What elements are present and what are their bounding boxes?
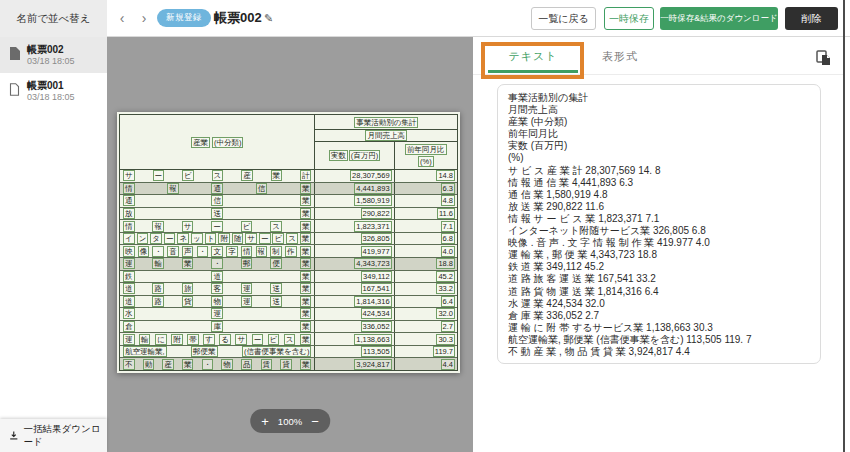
ocr-box: 業 xyxy=(300,308,312,319)
ocr-box: 4.8 xyxy=(441,195,455,206)
ocr-box: ス xyxy=(212,170,224,181)
doc-row-value: 4,343,723 xyxy=(315,258,394,270)
ocr-box: 附 xyxy=(171,334,183,345)
prev-document-button[interactable]: ‹ xyxy=(112,0,132,36)
ocr-text-output[interactable]: 事業活動別の集計月間売上高産業 (中分類)前年同月比実数 (百万円)(%)サ ビ… xyxy=(497,84,821,364)
doc-row-value: 167,541 xyxy=(315,283,394,295)
doc-row-label: 航空運輸業,郵便業(信書便事業を含む) xyxy=(120,346,315,358)
ocr-box: ビ xyxy=(268,334,280,345)
ocr-box: 業 xyxy=(182,359,194,370)
text-line: 前年同月比 xyxy=(508,128,810,140)
ocr-box: 声 xyxy=(182,246,194,257)
ocr-box: 産 xyxy=(162,359,174,370)
edit-title-icon[interactable]: ✎ xyxy=(264,12,273,25)
ocr-box: ビ xyxy=(182,170,194,181)
text-line: 道 路 旅 客 運 送 業 167,541 33.2 xyxy=(508,273,810,285)
zoom-in-button[interactable]: + xyxy=(261,415,269,428)
scanned-document: 産業(中分類) 事業活動別の集計 月間売上高 実数(百万円) 前年同月比(%) … xyxy=(117,112,460,373)
ocr-box: 167,541 xyxy=(361,283,392,294)
ocr-box: イ xyxy=(123,233,135,244)
ocr-box: 道 xyxy=(123,283,135,294)
ocr-box: る xyxy=(219,334,231,345)
text-line: 運 輸 に 附 帯 するサービス業 1,138,663 30.3 xyxy=(508,322,810,334)
copy-button[interactable] xyxy=(815,49,833,67)
next-document-button[interactable]: › xyxy=(134,0,154,36)
ocr-box: 18.8 xyxy=(436,258,455,269)
status-badge: 新規登録 xyxy=(157,9,211,27)
zoom-out-button[interactable]: − xyxy=(311,415,319,428)
ocr-box: 運 xyxy=(211,308,223,319)
ocr-box: 路 xyxy=(152,283,164,294)
ocr-box: ッ xyxy=(191,233,203,244)
doc-row: 道路旅客運送業167,54133.2 xyxy=(120,283,457,296)
doc-row-pct: 14.8 xyxy=(395,170,457,182)
doc-row-value: 3,924,817 xyxy=(315,358,394,370)
tab-text[interactable]: テキスト xyxy=(488,49,578,64)
doc-row-label: 運輸業・郵便業 xyxy=(120,258,315,270)
ocr-box: ー xyxy=(211,221,223,232)
ocr-box: 4,441,893 xyxy=(354,183,391,194)
item-texts: 帳票00203/18 18:05 xyxy=(27,44,75,67)
doc-row-label: 情報サービス業 xyxy=(120,220,315,232)
top-toolbar: 名前で並べ替え ‹ › 新規登録 帳票002 ✎ 一覧に戻る 一時保存 一時保存… xyxy=(0,0,850,37)
ocr-box: 業 xyxy=(300,296,312,307)
ocr-box: 業 xyxy=(300,208,312,219)
ocr-box: サ xyxy=(235,334,247,345)
back-to-list-button[interactable]: 一覧に戻る xyxy=(531,7,596,30)
doc-row-pct: 4.4 xyxy=(395,358,457,370)
doc-row: 放送業290,82211.6 xyxy=(120,208,457,221)
doc-row-value: 336,052 xyxy=(315,321,394,333)
ocr-box: 業 xyxy=(300,183,312,194)
bulk-download-button[interactable]: 一括結果ダウンロード xyxy=(0,419,107,452)
ocr-box: 貨 xyxy=(182,296,194,307)
ocr-box: 信 xyxy=(211,195,223,206)
ocr-box: 字 xyxy=(226,246,238,257)
window-edge-scrollbar[interactable] xyxy=(843,0,845,452)
tab-table-format[interactable]: 表形式 xyxy=(597,49,643,64)
ocr-box: 庫 xyxy=(211,321,223,332)
doc-row-label: 映像・音声・文字情報制作業 xyxy=(120,245,315,257)
ocr-box: ー xyxy=(252,334,264,345)
ocr-box: 送 xyxy=(270,296,282,307)
list-item[interactable]: 帳票00103/18 18:05 xyxy=(0,73,107,109)
ocr-box: 1,823,371 xyxy=(354,221,391,232)
text-line: 運 輸 業 , 郵 便 業 4,343,723 18.8 xyxy=(508,249,810,261)
ocr-box: 報 xyxy=(256,246,268,257)
ocr-box: ス xyxy=(284,334,296,345)
sort-by-name-button[interactable]: 名前で並べ替え xyxy=(0,0,107,37)
ocr-box: 信 xyxy=(256,183,268,194)
ocr-box: 送 xyxy=(211,208,223,219)
doc-row: 運輸業・郵便業4,343,72318.8 xyxy=(120,258,457,271)
ocr-box: タ xyxy=(150,233,162,244)
ocr-box: 前年同月比 xyxy=(405,144,447,155)
ocr-box: 通 xyxy=(123,195,135,206)
ocr-box: 3,924,817 xyxy=(354,359,391,370)
doc-row-pct: 32.0 xyxy=(395,308,457,320)
ocr-box: サ xyxy=(245,233,257,244)
doc-row-value: 424,534 xyxy=(315,308,394,320)
doc-table-body: サービス産業計28,307,56914.8情報通信業4,441,8936.3通信… xyxy=(120,170,457,370)
save-and-download-button[interactable]: 一時保存&結果のダウンロード xyxy=(660,7,778,30)
ocr-box: 424,534 xyxy=(361,308,392,319)
doc-row-label: 鉄道業 xyxy=(120,271,315,283)
text-line: 事業活動別の集計 xyxy=(508,92,810,104)
ocr-box: 336,052 xyxy=(361,321,392,332)
ocr-box: ト xyxy=(205,233,217,244)
text-line: 月間売上高 xyxy=(508,104,810,116)
text-line: 映像 . 音 声 . 文 字 情 報 制 作 業 419.977 4.0 xyxy=(508,237,810,249)
ocr-box: 計 xyxy=(300,170,312,181)
document-sidebar: 帳票00203/18 18:05帳票00103/18 18:05 一括結果ダウン… xyxy=(0,37,107,452)
bulk-download-label: 一括結果ダウンロード xyxy=(24,423,107,449)
ocr-box: す xyxy=(203,334,215,345)
document-viewer[interactable]: 産業(中分類) 事業活動別の集計 月間売上高 実数(百万円) 前年同月比(%) … xyxy=(107,37,473,452)
ocr-box: 賃 xyxy=(261,359,273,370)
ocr-box: 報 xyxy=(167,183,179,194)
ocr-box: ・ xyxy=(152,246,164,257)
delete-button[interactable]: 削除 xyxy=(785,7,838,30)
ocr-box: 33.2 xyxy=(436,283,455,294)
temp-save-button[interactable]: 一時保存 xyxy=(604,7,654,30)
item-date: 03/18 18:05 xyxy=(27,56,75,67)
ocr-box: 32.0 xyxy=(436,308,455,319)
list-item[interactable]: 帳票00203/18 18:05 xyxy=(0,37,107,73)
doc-table-header: 産業(中分類) 事業活動別の集計 月間売上高 実数(百万円) 前年同月比(%) xyxy=(120,115,457,170)
